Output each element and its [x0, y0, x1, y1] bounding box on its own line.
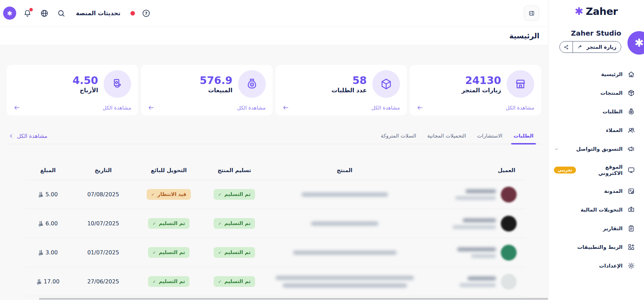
notifications-bell-icon[interactable] [23, 9, 32, 18]
stat-card-sales: $ 576.9 المبيعات مشاهدة الكل [141, 65, 272, 115]
stat-view-all-link[interactable]: مشاهدة الكل [282, 104, 400, 111]
left-arrow-icon [282, 104, 289, 111]
visit-store-label: زيارة المتجر [586, 44, 616, 50]
zaher-logo: ✱ Zaher [548, 0, 644, 17]
sidebar-item-orders[interactable]: $ الطلبات [548, 102, 644, 121]
home-icon [627, 71, 635, 78]
delivery-status-badge: تم التسليم✓ [214, 276, 255, 287]
platform-updates-link[interactable]: تحديثات المنصة [76, 10, 120, 17]
zaher-asterisk-icon: ✱ [575, 6, 583, 17]
column-header-transfer: التحويل للبائع [136, 167, 202, 174]
order-customer-cell [422, 274, 526, 290]
riyal-icon [38, 250, 43, 255]
customer-blurred-text [452, 218, 496, 229]
order-delivery-cell: تم التسليم✓ [202, 218, 267, 229]
stat-view-all-link[interactable]: مشاهدة الكل [13, 104, 131, 111]
sidebar-item-website[interactable]: الموقع الاكتروني تجريبي [548, 158, 644, 182]
transfer-icon [627, 206, 635, 214]
customer-blurred-text [457, 247, 496, 258]
order-delivery-cell: تم التسليم✓ [202, 276, 267, 287]
view-all-label: مشاهدة الكل [17, 133, 47, 139]
order-row[interactable]: تم التسليم✓ تم التسليم✓ 10/07/2025 6.00 [26, 209, 526, 238]
column-header-date: التاريخ [70, 167, 136, 174]
amount-value: 5.00 [46, 191, 58, 198]
order-transfer-cell: تم التسليم✓ [136, 247, 202, 258]
bell-notification-dot [29, 8, 33, 11]
sidebar-item-marketing[interactable]: التسويق والتواصل [548, 140, 644, 158]
package-icon [627, 89, 635, 97]
orders-tabs-row: الطلباتالاستشاراتالتحميلات المجانيةالسلا… [7, 133, 541, 144]
horizontal-scrollbar[interactable] [39, 298, 548, 300]
tab-free-downloads[interactable]: التحميلات المجانية [422, 133, 471, 144]
main-area: ✱ تحديثات المنصة ? الرئيسية 2413 [0, 0, 548, 300]
hand-money-icon [104, 70, 131, 98]
customer-blurred-text [455, 189, 496, 200]
orders-table-header: العميل المنتج تسليم المنتج التحويل للبائ… [26, 158, 526, 180]
amount-value: 3.00 [46, 249, 58, 256]
order-date: 01/07/2025 [70, 249, 136, 256]
money-bag-icon: $ [627, 108, 635, 115]
sidebar-item-label: الرئيسية [601, 71, 623, 77]
delivery-status-badge: تم التسليم✓ [214, 189, 255, 200]
stat-label: عدد الطلبات [332, 87, 367, 94]
order-customer-cell [422, 187, 526, 203]
collapse-sidebar-button[interactable] [524, 6, 539, 21]
order-date: 27/06/2025 [70, 278, 136, 285]
check-icon: ✓ [218, 222, 222, 226]
order-product-cell [267, 251, 422, 255]
left-arrow-icon [13, 104, 20, 111]
platform-avatar[interactable]: ✱ [3, 7, 16, 20]
stat-value: 4.50 [72, 75, 98, 86]
help-icon[interactable]: ? [142, 9, 150, 18]
stat-view-all-link[interactable]: مشاهدة الكل [417, 104, 534, 111]
order-customer-cell [422, 245, 526, 261]
order-row[interactable]: تم التسليم✓ تم التسليم✓ 01/07/2025 3.00 [26, 238, 526, 267]
sidebar-item-transfers[interactable]: التحويلات المالية [548, 200, 644, 219]
monitor-icon [627, 166, 635, 174]
view-all-label: مشاهدة الكل [506, 105, 534, 111]
sidebar-item-customers[interactable]: العملاء [548, 121, 644, 140]
blog-icon [627, 187, 635, 195]
users-icon [627, 126, 635, 134]
left-arrow-icon [417, 104, 423, 111]
column-header-delivery: تسليم المنتج [202, 167, 267, 174]
view-all-orders-link[interactable]: مشاهدة الكل [9, 133, 47, 144]
sidebar-item-integrations[interactable]: الربط والتطبيقات [548, 238, 644, 256]
visit-arrow-icon [577, 44, 584, 50]
tab-orders[interactable]: الطلبات [508, 133, 539, 144]
sidebar-item-label: الربط والتطبيقات [577, 244, 623, 250]
sidebar-item-products[interactable]: المنتجات [548, 84, 644, 102]
sidebar-item-reports[interactable]: التقارير [548, 219, 644, 238]
visit-store-button[interactable]: زيارة المتجر [559, 41, 621, 53]
column-header-amount: المبلغ [26, 167, 70, 174]
view-all-label: مشاهدة الكل [103, 105, 131, 111]
amount-value: 6.00 [46, 220, 58, 227]
tab-abandoned-carts[interactable]: السلات المتروكة [375, 133, 422, 144]
chevron-down-icon [554, 147, 559, 152]
order-amount: 3.00 [26, 249, 70, 256]
stat-view-all-link[interactable]: مشاهدة الكل [148, 104, 265, 111]
sidebar-item-home[interactable]: الرئيسية [548, 65, 644, 84]
svg-text:$: $ [251, 83, 253, 86]
order-row[interactable]: تم التسليم✓ تم التسليم✓ 27/06/2025 17.00 [26, 267, 526, 296]
report-icon [627, 225, 635, 232]
order-date: 07/08/2025 [70, 191, 136, 198]
sidebar-item-settings[interactable]: الإعدادات [548, 256, 644, 275]
order-customer-cell [422, 216, 526, 232]
tab-consultations[interactable]: الاستشارات [471, 133, 508, 144]
customer-avatar [501, 216, 517, 232]
orders-table: العميل المنتج تسليم المنتج التحويل للبائ… [26, 158, 526, 296]
share-icon[interactable] [560, 41, 573, 53]
orders-table-body: تم التسليم✓ قيد الانتظار✓ 07/08/2025 5.0… [26, 180, 526, 296]
sidebar-item-blog[interactable]: المدونة [548, 182, 644, 200]
delivery-status-badge: تم التسليم✓ [214, 247, 255, 258]
order-delivery-cell: تم التسليم✓ [202, 189, 267, 200]
sales-bag-icon: $ [238, 70, 266, 98]
language-globe-icon[interactable] [40, 9, 49, 18]
order-row[interactable]: تم التسليم✓ قيد الانتظار✓ 07/08/2025 5.0… [26, 180, 526, 209]
delivery-status-badge: تم التسليم✓ [214, 218, 255, 229]
order-amount: 5.00 [26, 191, 70, 198]
store-name: Zaher Studio [571, 29, 621, 37]
search-icon[interactable] [57, 9, 66, 18]
sidebar-item-label: التسويق والتواصل [576, 146, 623, 152]
